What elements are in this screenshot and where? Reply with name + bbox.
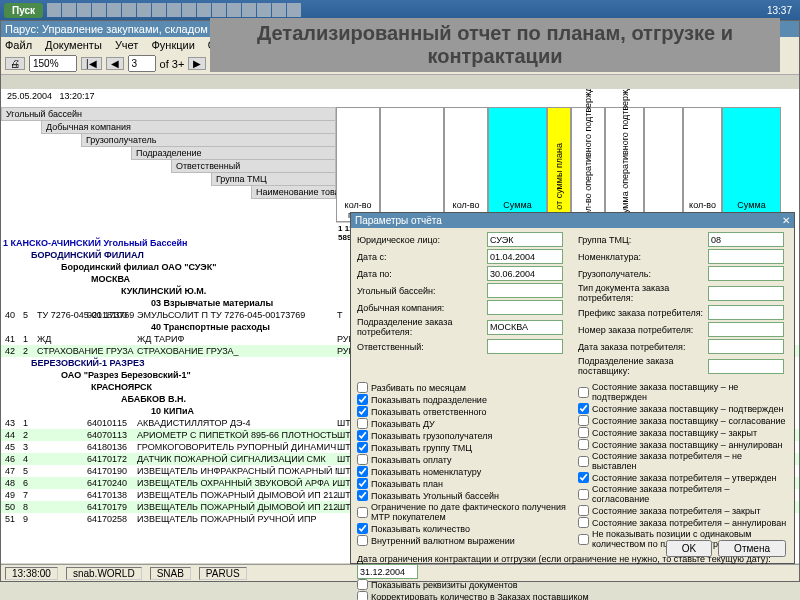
field-Номер заказа потребителя:[interactable] <box>708 322 784 337</box>
print-icon[interactable]: 🖨 <box>5 57 25 70</box>
field-Тип документа заказа потребителя:[interactable] <box>708 286 784 301</box>
field-Группа ТМЦ:[interactable] <box>708 232 784 247</box>
chk-Показывать грузополучателя[interactable] <box>357 430 368 441</box>
col-2: кол-во контр. <box>444 107 488 222</box>
field-Добычная компания:[interactable] <box>487 300 563 315</box>
page-of: of 3+ <box>160 58 185 70</box>
field-Номенклатура:[interactable] <box>708 249 784 264</box>
close-icon[interactable]: ✕ <box>782 215 790 226</box>
chk-Корректировать количество в Заказах поставщиком[interactable] <box>357 591 368 600</box>
report-params-dialog: Параметры отчёта ✕ Юридическое лицо:Дата… <box>350 212 795 564</box>
nav-prev[interactable]: ◀ <box>106 57 124 70</box>
chk-Показывать оплату[interactable] <box>357 454 368 465</box>
page-input[interactable] <box>128 55 156 72</box>
chk-Показывать Угольный бассейн[interactable] <box>357 490 368 501</box>
column-headers: кол-во планСумма планкол-во контр.Сумма … <box>336 107 781 222</box>
col-5: кол-во оперативного подтверждения отгруз… <box>571 107 605 222</box>
field-Дата с:[interactable] <box>487 249 563 264</box>
col-9: Сумма отгрузки <box>722 107 781 222</box>
hier-4: Ответственный <box>171 159 336 173</box>
chk-Состояние заказа потребителя – не выставлен[interactable] <box>578 456 589 467</box>
nav-first[interactable]: |◀ <box>81 57 102 70</box>
col-1: Сумма план <box>380 107 444 222</box>
col-7 <box>644 107 683 222</box>
chk-Состояние заказа потребителя – утвержден[interactable] <box>578 472 589 483</box>
chk-Состояние заказа потребителя – согласование[interactable] <box>578 489 589 500</box>
chk-Показывать количество[interactable] <box>357 523 368 534</box>
chk-Состояние заказа поставщику – не подтвержден[interactable] <box>578 387 589 398</box>
menu-file[interactable]: Файл <box>5 39 32 51</box>
col-3: Сумма контрактации <box>488 107 547 222</box>
col-4: % от суммы плана <box>547 107 571 222</box>
chk-Ограничение по дате фактического получения МТР покупателем[interactable] <box>357 507 368 518</box>
chk-Показывать подразделение[interactable] <box>357 394 368 405</box>
field-Грузополучатель:[interactable] <box>708 266 784 281</box>
chk-Показывать ДУ[interactable] <box>357 418 368 429</box>
status-tab-1[interactable]: SNAB <box>150 567 191 580</box>
field-Дата по:[interactable] <box>487 266 563 281</box>
status-tab-2[interactable]: PARUS <box>199 567 247 580</box>
col-8: кол-во отгр. <box>683 107 722 222</box>
chk-Состояние заказа потребителя – аннулирован[interactable] <box>578 517 589 528</box>
field-Угольный бассейн:[interactable] <box>487 283 563 298</box>
hier-2: Грузополучатель <box>81 133 336 147</box>
chk-Показывать план[interactable] <box>357 478 368 489</box>
taskbar: Пуск 13:37 <box>0 0 800 20</box>
start-button[interactable]: Пуск <box>4 3 43 18</box>
field-Префикс заказа потребителя:[interactable] <box>708 305 784 320</box>
chk-Внутренний валютном выражении[interactable] <box>357 535 368 546</box>
hier-6: Наименование товара <box>251 185 336 199</box>
header-hierarchy: Угольный бассейнДобычная компанияГрузопо… <box>1 107 336 198</box>
chk-Показывать ответственного[interactable] <box>357 406 368 417</box>
field-Дата заказа потребителя:[interactable] <box>708 339 784 354</box>
hier-3: Подразделение <box>131 146 336 160</box>
chk-Показывать реквизиты документов[interactable] <box>357 579 368 590</box>
hier-1: Добычная компания <box>41 120 336 134</box>
status-tab-0[interactable]: snab.WORLD <box>66 567 142 580</box>
menu-docs[interactable]: Документы <box>45 39 102 51</box>
chk-Состояние заказа поставщику – подтвержден[interactable] <box>578 403 589 414</box>
chk-Разбивать по месяцам[interactable] <box>357 382 368 393</box>
chk-Состояние заказа поставщику – закрыт[interactable] <box>578 427 589 438</box>
hier-5: Группа ТМЦ <box>211 172 336 186</box>
nav-next[interactable]: ▶ <box>188 57 206 70</box>
field-Юридическое лицо:[interactable] <box>487 232 563 247</box>
menu-acct[interactable]: Учет <box>115 39 139 51</box>
chk-Не показывать позиции с одинаковым количеством по плану и контрактации[interactable] <box>578 534 589 545</box>
hier-0: Угольный бассейн <box>1 107 336 121</box>
limit-date-input[interactable] <box>357 564 418 579</box>
field-Подразделение заказа поставщику:[interactable] <box>708 359 784 374</box>
field-Подразделение заказа потребителя:[interactable] <box>487 320 563 335</box>
report-stamp: 25.05.2004 13:20:17 <box>1 89 799 103</box>
chk-Состояние заказа потребителя – закрыт[interactable] <box>578 505 589 516</box>
banner-title: Детализированный отчет по планам, отгруз… <box>210 18 780 72</box>
cancel-button[interactable]: Отмена <box>718 540 786 557</box>
status-time: 13:38:00 <box>5 567 58 580</box>
chk-Состояние заказа поставщику – аннулирован[interactable] <box>578 439 589 450</box>
col-6: Сумма оперативного подтверждения отгрузк… <box>605 107 644 222</box>
chk-Состояние заказа поставщику – согласование[interactable] <box>578 415 589 426</box>
taskbar-apps <box>47 3 301 17</box>
dialog-titlebar: Параметры отчёта ✕ <box>351 213 794 228</box>
field-Ответственный:[interactable] <box>487 339 563 354</box>
col-0: кол-во план <box>336 107 380 222</box>
ok-button[interactable]: OK <box>666 540 712 557</box>
chk-Показывать номенклатуру[interactable] <box>357 466 368 477</box>
zoom-input[interactable] <box>29 55 77 72</box>
menu-funcs[interactable]: Функции <box>151 39 194 51</box>
clock: 13:37 <box>763 5 796 16</box>
chk-Показывать группу ТМЦ[interactable] <box>357 442 368 453</box>
